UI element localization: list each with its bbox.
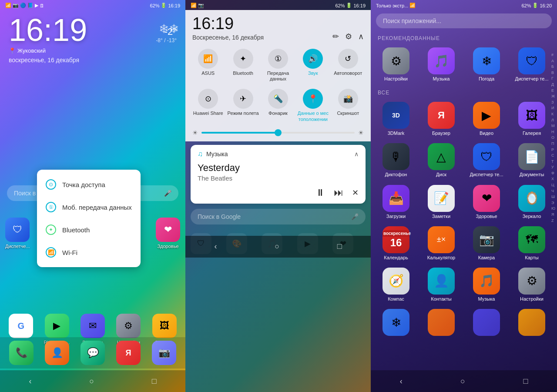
dock-yandex[interactable]: Я: [111, 341, 145, 365]
p2-mic-icon[interactable]: 🎤: [351, 213, 359, 220]
navigation-bar: ‹ ○ □: [0, 370, 185, 392]
app-docs[interactable]: 📄 Документы: [510, 141, 554, 180]
app-dispatcher-rec[interactable]: 🛡 Диспетчер те...: [510, 45, 554, 84]
app-maps[interactable]: 🗺 Карты: [510, 224, 554, 263]
tile-data[interactable]: ① Передача данных: [262, 49, 294, 82]
app-compass[interactable]: 🧭 Компас: [374, 265, 418, 305]
recommended-section-title: РЕКОМЕНДОВАННЫЕ: [371, 32, 557, 43]
notification-panel: 📶 📷 62% 🔋 16:19 16:19 Воскресенье, 16 де…: [185, 0, 371, 392]
bottom-dock: 📞 👤 💬 Я 📷: [0, 337, 185, 369]
home-button[interactable]: ○: [89, 377, 94, 386]
status-left-icons: 📶 📷 🔵 📘 ▶ 🗓: [5, 3, 44, 8]
next-button[interactable]: ⏭: [334, 187, 343, 198]
app-settings-rec[interactable]: ⚙ Настройки: [374, 45, 418, 84]
tile-screenshot[interactable]: 📸 Скриншот: [332, 89, 364, 122]
quick-tiles-row2: ⊙ Huawei Share ✈ Режим полета 🔦 Фонарик …: [185, 87, 371, 125]
artist-name: The Beatles: [198, 174, 359, 182]
app-dispatcher[interactable]: 🛡 Диспетче...: [5, 218, 30, 249]
tile-flashlight[interactable]: 🔦 Фонарик: [262, 89, 294, 122]
all-apps-grid-3: ❄: [371, 306, 557, 342]
app-music-all[interactable]: 🎵 Музыка: [465, 265, 508, 305]
settings-icon[interactable]: ⚙: [345, 32, 352, 41]
tile-rotation[interactable]: ↺ Автоповорот: [332, 49, 364, 82]
app-drive[interactable]: △ Диск: [419, 141, 463, 180]
music-app-name: Музыка: [206, 151, 228, 157]
brightness-slider[interactable]: [201, 132, 355, 134]
p3-home-button[interactable]: ○: [460, 377, 465, 386]
p2-clock: 16:19: [192, 14, 364, 33]
app-unknown2[interactable]: [465, 306, 508, 340]
app-video[interactable]: ▶ Видео: [465, 99, 508, 139]
tile-huawei-share[interactable]: ⊙ Huawei Share: [192, 89, 224, 122]
p2-search-bar[interactable]: Поиск в Google 🎤: [191, 209, 366, 224]
brightness-min-icon: ☀: [192, 129, 198, 136]
recommended-apps-grid: ⚙ Настройки 🎵 Музыка ❄ Погода 🛡 Диспетче…: [371, 43, 557, 86]
context-wifi[interactable]: 📶 Wi-Fi: [37, 241, 141, 264]
p2-status-right: 62% 🔋 16:19: [335, 3, 366, 8]
back-button[interactable]: ‹: [29, 377, 31, 386]
p2-home-button[interactable]: ○: [275, 242, 279, 251]
p2-status-left: 📶 📷: [191, 3, 204, 8]
all-section-title: ВСЕ: [371, 86, 557, 97]
quick-tiles-row1: 📶 ASUS ✦ Bluetooth ① Передача данных 🔊 З…: [185, 44, 371, 87]
app-weather-rec[interactable]: ❄ Погода: [465, 45, 508, 84]
dock-contacts[interactable]: 👤: [40, 341, 74, 365]
tile-location[interactable]: 📍 Данные о мес тоположении: [297, 89, 329, 122]
p2-recents-button[interactable]: □: [337, 242, 342, 251]
app-camera[interactable]: 📷 Камера: [465, 224, 508, 263]
tile-bluetooth[interactable]: ✦ Bluetooth: [227, 49, 258, 82]
playback-controls: ⏸ ⏭ ✕: [198, 187, 359, 198]
tile-airplane[interactable]: ✈ Режим полета: [227, 89, 258, 122]
hotspot-icon: ⊙: [46, 179, 56, 190]
p2-back-button[interactable]: ‹: [214, 242, 217, 251]
pause-button[interactable]: ⏸: [315, 187, 325, 198]
dock-messages[interactable]: 💬: [76, 341, 110, 365]
app-health[interactable]: ❤ Здоровье: [156, 218, 180, 249]
app-settings-all[interactable]: ⚙ Настройки: [510, 265, 554, 305]
alpha-sidebar: # А Б В Г Д Е Ж З И К Л М Н О П Р С Т У …: [551, 52, 555, 223]
dock-phone[interactable]: 📞: [4, 341, 38, 365]
app-calendar[interactable]: воскресенье 16 Календарь: [374, 224, 418, 263]
app-calculator[interactable]: ±× Калькулятор: [419, 224, 463, 263]
notif-chevron-icon[interactable]: ∧: [354, 151, 359, 157]
p3-status-bar: Только экстр... 📶 62% 🔋 16:20: [371, 0, 557, 10]
home-screen: 📶 📷 🔵 📘 ▶ 🗓 62% 🔋 16:19 16:19 📍 Жуковски…: [0, 0, 185, 392]
app-3dmark[interactable]: 3D 3DMark: [374, 99, 418, 139]
tile-sound[interactable]: 🔊 Звук: [297, 49, 329, 82]
brightness-control: ☀ ☀: [185, 126, 371, 141]
p3-recents-button[interactable]: □: [523, 377, 528, 386]
app-gallery[interactable]: 🖼 Галерея: [510, 99, 554, 139]
status-right-icons: 62% 🔋 16:19: [150, 3, 180, 8]
collapse-icon[interactable]: ∧: [358, 32, 364, 41]
app-weather-all[interactable]: ❄: [374, 306, 418, 340]
app-browser[interactable]: Я Браузер: [419, 99, 463, 139]
recents-button[interactable]: □: [152, 377, 157, 386]
p2-status-bar: 📶 📷 62% 🔋 16:19: [185, 0, 371, 10]
home-date: воскресенье, 16 декабря: [0, 56, 185, 64]
mic-icon[interactable]: 🎤: [164, 190, 171, 197]
context-hotspot[interactable]: ⊙ Точка доступа: [37, 173, 141, 196]
app-search-bar[interactable]: Поиск приложений...: [376, 13, 552, 28]
context-bluetooth[interactable]: ✦ Bluetooth: [37, 218, 141, 241]
home-city: 📍 Жуковский: [0, 46, 185, 56]
p3-back-button[interactable]: ‹: [400, 377, 403, 386]
app-dictophone[interactable]: 🎙 Диктофон: [374, 141, 418, 180]
app-task-manager[interactable]: 🛡 Диспетчер те...: [465, 141, 508, 180]
app-mirror[interactable]: 🪞 Зеркало: [510, 182, 554, 222]
dock-camera[interactable]: 📷: [147, 341, 181, 365]
wifi-icon: 📶: [46, 247, 56, 258]
app-unknown3[interactable]: [510, 306, 554, 340]
app-unknown1[interactable]: [419, 306, 463, 340]
edit-icon[interactable]: ✏: [332, 32, 339, 41]
weather-icon: ❄❄: [159, 22, 179, 36]
app-music-rec[interactable]: 🎵 Музыка: [419, 45, 463, 84]
app-downloads[interactable]: 📥 Загрузки: [374, 182, 418, 222]
dismiss-button[interactable]: ✕: [352, 188, 359, 198]
p2-header: 16:19 Воскресенье, 16 декабря ✏ ⚙ ∧: [185, 10, 371, 44]
tile-asus[interactable]: 📶 ASUS: [192, 49, 224, 82]
app-health[interactable]: ❤ Здоровье: [465, 182, 508, 222]
context-mobile-data[interactable]: ① Моб. передача данных: [37, 196, 141, 218]
app-notes[interactable]: 📝 Заметки: [419, 182, 463, 222]
p3-navigation-bar: ‹ ○ □: [371, 370, 557, 392]
app-contacts[interactable]: 👤 Контакты: [419, 265, 463, 305]
